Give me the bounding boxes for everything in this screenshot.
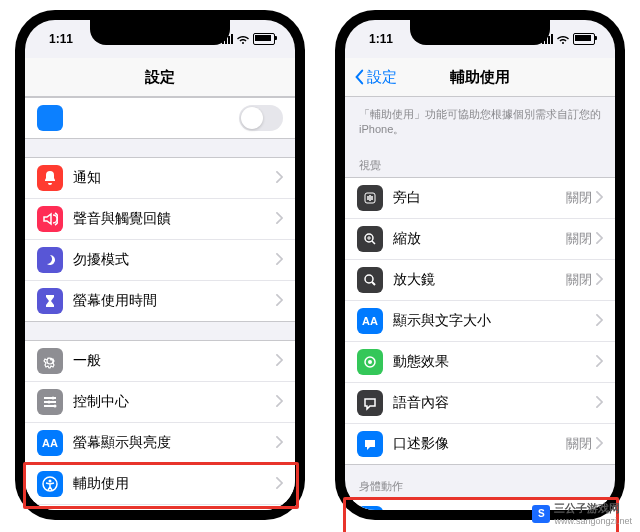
- zoom-icon: [357, 226, 383, 252]
- row-value: 關閉: [566, 189, 592, 207]
- row-label: 聲音與觸覺回饋: [73, 210, 276, 228]
- row-label: 放大鏡: [393, 271, 566, 289]
- hourglass-icon: [37, 288, 63, 314]
- chevron-right-icon: [276, 210, 283, 228]
- settings-row[interactable]: 背景圖片: [25, 505, 295, 510]
- toggle[interactable]: [239, 105, 283, 131]
- chevron-right-icon: [596, 271, 603, 289]
- chevron-right-icon: [276, 475, 283, 493]
- settings-row[interactable]: 縮放 關閉: [345, 219, 615, 260]
- chevron-right-icon: [276, 251, 283, 269]
- svg-text:AA: AA: [42, 437, 58, 449]
- back-label: 設定: [367, 68, 397, 87]
- navbar: 設定 輔助使用: [345, 58, 615, 97]
- chevron-right-icon: [276, 169, 283, 187]
- wifi-icon: [557, 33, 569, 45]
- magnify-icon: [357, 267, 383, 293]
- sliders-icon: [37, 389, 63, 415]
- settings-row[interactable]: 一般: [25, 341, 295, 382]
- settings-row[interactable]: 聲音與觸覺回饋: [25, 199, 295, 240]
- settings-row[interactable]: 語音內容: [345, 383, 615, 424]
- aa-icon: AA: [37, 430, 63, 456]
- phone-right: 1:11 ↗ 設定 輔助使用 「輔助使用」功能可協助您根據個別需求自訂您的 iP…: [335, 10, 625, 520]
- speech-icon: [357, 390, 383, 416]
- battery-icon: [573, 33, 595, 45]
- aa-icon: AA: [357, 308, 383, 334]
- settings-row[interactable]: 螢幕使用時間: [25, 281, 295, 321]
- motion-icon: [357, 349, 383, 375]
- svg-text:AA: AA: [362, 315, 378, 327]
- row-label: 縮放: [393, 230, 566, 248]
- back-button[interactable]: 設定: [353, 68, 397, 87]
- svg-point-2: [54, 405, 57, 408]
- chevron-right-icon: [596, 435, 603, 453]
- notch: [410, 19, 550, 45]
- chevron-right-icon: [276, 434, 283, 452]
- notch: [90, 19, 230, 45]
- row-label: 語音內容: [393, 394, 596, 412]
- chevron-right-icon: [276, 352, 283, 370]
- row-value: 關閉: [566, 435, 592, 453]
- chevron-right-icon: [596, 230, 603, 248]
- watermark-logo: S: [532, 505, 550, 523]
- settings-row[interactable]: AA 顯示與文字大小: [345, 301, 615, 342]
- settings-row[interactable]: 通知: [25, 158, 295, 199]
- page-title: 輔助使用: [450, 68, 510, 87]
- row-label: 輔助使用: [73, 475, 276, 493]
- svg-point-24: [368, 360, 372, 364]
- settings-row-partial[interactable]: [25, 98, 295, 138]
- svg-point-5: [49, 480, 52, 483]
- bell-icon: [37, 165, 63, 191]
- wifi-icon: [37, 105, 63, 131]
- row-label: 螢幕使用時間: [73, 292, 276, 310]
- settings-row[interactable]: 旁白 關閉: [345, 178, 615, 219]
- row-label: 動態效果: [393, 353, 596, 371]
- settings-row[interactable]: 勿擾模式: [25, 240, 295, 281]
- speaker-icon: [37, 206, 63, 232]
- navbar: 設定: [25, 58, 295, 97]
- chevron-right-icon: [596, 394, 603, 412]
- section-header-motor: 身體動作: [345, 465, 615, 498]
- row-label: 控制中心: [73, 393, 276, 411]
- gear-icon: [37, 348, 63, 374]
- chevron-right-icon: [276, 292, 283, 310]
- page-title: 設定: [145, 68, 175, 87]
- settings-row[interactable]: AA 螢幕顯示與亮度: [25, 423, 295, 464]
- row-label: 一般: [73, 352, 276, 370]
- settings-row[interactable]: 放大鏡 關閉: [345, 260, 615, 301]
- svg-point-0: [52, 397, 55, 400]
- settings-row[interactable]: 動態效果: [345, 342, 615, 383]
- chevron-right-icon: [276, 393, 283, 411]
- chevron-right-icon: [596, 189, 603, 207]
- chat-icon: [357, 431, 383, 457]
- row-label: 勿擾模式: [73, 251, 276, 269]
- phone-left: 1:11 ↗ 設定 通知 聲音與觸覺回饋 勿擾模式 螢幕: [15, 10, 305, 520]
- watermark: S 三公子游戏网 www.sangongzi.net: [532, 501, 632, 526]
- voice-icon: [357, 185, 383, 211]
- chevron-right-icon: [596, 312, 603, 330]
- row-label: 通知: [73, 169, 276, 187]
- svg-point-1: [48, 401, 51, 404]
- row-label: 顯示與文字大小: [393, 312, 596, 330]
- row-label: 旁白: [393, 189, 566, 207]
- clock: 1:11: [49, 32, 73, 46]
- moon-icon: [37, 247, 63, 273]
- battery-icon: [253, 33, 275, 45]
- touch-icon: [357, 506, 383, 510]
- row-label: 螢幕顯示與亮度: [73, 434, 276, 452]
- row-value: 關閉: [566, 271, 592, 289]
- row-value: 關閉: [566, 230, 592, 248]
- svg-point-21: [365, 275, 373, 283]
- clock: 1:11: [369, 32, 393, 46]
- chevron-right-icon: [596, 353, 603, 371]
- section-header-vision: 視覺: [345, 144, 615, 177]
- wifi-icon: [237, 33, 249, 45]
- caption: 「輔助使用」功能可協助您根據個別需求自訂您的 iPhone。: [345, 97, 615, 144]
- settings-row[interactable]: 口述影像 關閉: [345, 424, 615, 464]
- settings-row[interactable]: 輔助使用: [25, 464, 295, 505]
- settings-row[interactable]: 控制中心: [25, 382, 295, 423]
- watermark-text: 三公子游戏网: [554, 501, 632, 516]
- row-label: 口述影像: [393, 435, 566, 453]
- watermark-url: www.sangongzi.net: [554, 516, 632, 526]
- access-icon: [37, 471, 63, 497]
